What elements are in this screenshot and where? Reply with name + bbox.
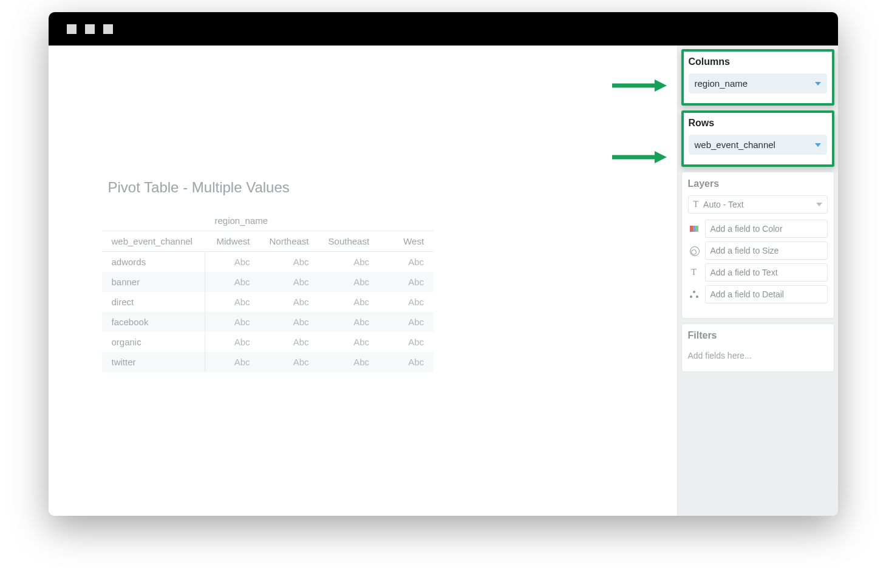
- cell-value: Abc: [319, 312, 380, 332]
- cell-value: Abc: [260, 292, 319, 312]
- cell-value: Abc: [379, 352, 434, 372]
- layers-shelf: Layers T Auto - Text Add a field to Colo…: [681, 172, 834, 319]
- cell-value: Abc: [205, 352, 260, 372]
- window-control-icon[interactable]: [85, 24, 95, 34]
- cell-value: Abc: [379, 332, 434, 352]
- cell-value: Abc: [260, 312, 319, 332]
- cell-value: Abc: [319, 272, 380, 292]
- row-header: twitter: [102, 352, 205, 372]
- columns-shelf-title: Columns: [689, 56, 827, 67]
- table-row: bannerAbcAbcAbcAbc: [102, 272, 434, 292]
- filters-shelf-title: Filters: [688, 330, 828, 341]
- rows-shelf[interactable]: Rows web_event_channel: [681, 110, 834, 167]
- column-header: West: [379, 231, 434, 252]
- columns-pill[interactable]: region_name: [689, 73, 827, 93]
- window-control-icon[interactable]: [67, 24, 77, 34]
- row-field-header: [102, 211, 205, 231]
- column-field-header: region_name: [205, 211, 434, 231]
- app-window: Pivot Table - Multiple Values region_nam…: [49, 12, 838, 516]
- chevron-down-icon: [815, 82, 821, 86]
- text-icon: T: [688, 268, 700, 277]
- titlebar: [49, 12, 838, 46]
- app-body: Pivot Table - Multiple Values region_nam…: [49, 46, 838, 516]
- rows-pill-label: web_event_channel: [695, 140, 775, 150]
- cell-value: Abc: [319, 352, 380, 372]
- cell-value: Abc: [319, 292, 380, 312]
- canvas-area: Pivot Table - Multiple Values region_nam…: [49, 46, 677, 516]
- cell-value: Abc: [379, 312, 434, 332]
- row-header: facebook: [102, 312, 205, 332]
- row-header: direct: [102, 292, 205, 312]
- layers-shelf-title: Layers: [688, 178, 828, 189]
- table-row: organicAbcAbcAbcAbc: [102, 332, 434, 352]
- cell-value: Abc: [319, 332, 380, 352]
- window-control-icon[interactable]: [103, 24, 113, 34]
- config-panel: Columns region_name Rows web_event_chann…: [677, 46, 838, 516]
- color-field-input[interactable]: Add a field to Color: [705, 220, 828, 238]
- mark-type-select[interactable]: T Auto - Text: [688, 195, 828, 214]
- size-field-input[interactable]: Add a field to Size: [705, 242, 828, 260]
- chevron-down-icon: [815, 143, 821, 147]
- column-header: Northeast: [260, 231, 319, 252]
- cell-value: Abc: [260, 352, 319, 372]
- columns-shelf[interactable]: Columns region_name: [681, 49, 834, 106]
- table-row: adwordsAbcAbcAbcAbc: [102, 252, 434, 272]
- cell-value: Abc: [260, 332, 319, 352]
- row-header: banner: [102, 272, 205, 292]
- pivot-table: region_name web_event_channel MidwestNor…: [102, 211, 434, 372]
- text-icon: T: [693, 200, 699, 209]
- cell-value: Abc: [379, 272, 434, 292]
- chevron-down-icon: [816, 203, 822, 206]
- mark-type-label: Auto - Text: [703, 200, 744, 209]
- column-header: Midwest: [205, 231, 260, 252]
- table-row: facebookAbcAbcAbcAbc: [102, 312, 434, 332]
- size-icon: [688, 246, 700, 255]
- cell-value: Abc: [379, 252, 434, 272]
- chart-title: Pivot Table - Multiple Values: [108, 179, 290, 196]
- cell-value: Abc: [319, 252, 380, 272]
- columns-pill-label: region_name: [695, 78, 748, 89]
- filters-shelf[interactable]: Filters Add fields here...: [681, 323, 834, 372]
- detail-field-input[interactable]: Add a field to Detail: [705, 285, 828, 303]
- table-row: directAbcAbcAbcAbc: [102, 292, 434, 312]
- cell-value: Abc: [260, 252, 319, 272]
- cell-value: Abc: [205, 292, 260, 312]
- text-field-input[interactable]: Add a field to Text: [705, 263, 828, 282]
- row-field-header: web_event_channel: [102, 231, 205, 252]
- cell-value: Abc: [205, 312, 260, 332]
- cell-value: Abc: [205, 272, 260, 292]
- row-header: adwords: [102, 252, 205, 272]
- cell-value: Abc: [260, 272, 319, 292]
- detail-icon: [688, 291, 700, 298]
- rows-pill[interactable]: web_event_channel: [689, 135, 827, 155]
- cell-value: Abc: [205, 252, 260, 272]
- cell-value: Abc: [379, 292, 434, 312]
- cell-value: Abc: [205, 332, 260, 352]
- filters-placeholder: Add fields here...: [688, 347, 828, 360]
- color-icon: [688, 226, 700, 232]
- rows-shelf-title: Rows: [689, 118, 827, 129]
- column-header: Southeast: [319, 231, 380, 252]
- table-row: twitterAbcAbcAbcAbc: [102, 352, 434, 372]
- row-header: organic: [102, 332, 205, 352]
